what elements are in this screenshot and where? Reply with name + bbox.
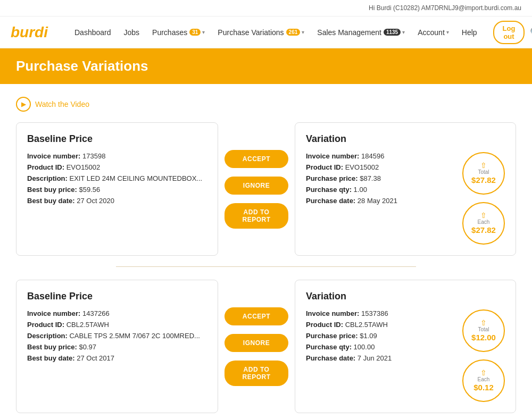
total-arrow-2: ⇧	[480, 319, 487, 326]
variation-invoice-2: Invoice number: 1537386	[306, 309, 454, 317]
watch-video-link[interactable]: ▶ Watch the Video	[16, 97, 516, 112]
total-label-2: Total	[478, 326, 489, 333]
variation-amounts-2: ⇧ Total $12.00 ⇧ Each $0.12	[462, 309, 505, 402]
total-circle-1: ⇧ Total $27.82	[462, 152, 505, 195]
variation-row-1: Baseline Price Invoice number: 173598 Pr…	[16, 122, 516, 256]
variation-invoice-1: Invoice number: 184596	[306, 152, 454, 160]
logo[interactable]: burdi	[11, 24, 48, 41]
watch-video-label: Watch the Video	[35, 100, 89, 108]
baseline-invoice-1: Invoice number: 173598	[27, 152, 207, 160]
nav-jobs[interactable]: Jobs	[119, 25, 145, 40]
nav-account[interactable]: Account ▾	[412, 25, 454, 40]
variation-inner-1: Invoice number: 184596 Product ID: EVO15…	[306, 152, 505, 245]
user-info: Hi Burdi (C10282) AM7DRNLJ9@import.burdi…	[369, 4, 521, 12]
variation-fields-1: Invoice number: 184596 Product ID: EVO15…	[306, 152, 454, 208]
variation-purchase-price-1: Purchase price: $87.38	[306, 174, 454, 182]
each-arrow-2: ⇧	[480, 369, 487, 376]
add-to-report-button-1[interactable]: ADD TO REPORT	[225, 203, 288, 229]
baseline-card-2: Baseline Price Invoice number: 1437266 P…	[16, 280, 218, 413]
nav-right: Log out 🔍	[493, 21, 532, 44]
baseline-card-1: Baseline Price Invoice number: 173598 Pr…	[16, 122, 218, 256]
page-header: Purchase Variations	[0, 48, 532, 84]
total-arrow-1: ⇧	[480, 162, 487, 169]
total-label-1: Total	[478, 169, 489, 175]
account-chevron: ▾	[446, 29, 449, 35]
total-value-1: $27.82	[471, 175, 496, 185]
purchase-variations-chevron: ▾	[302, 29, 304, 35]
nav-sales-management[interactable]: Sales Management 1135 ▾	[312, 25, 410, 40]
add-to-report-button-2[interactable]: ADD TO REPORT	[225, 361, 288, 386]
total-value-2: $12.00	[471, 333, 496, 342]
baseline-best-buy-price-1: Best buy price: $59.56	[27, 186, 207, 194]
baseline-best-buy-date-1: Best buy date: 27 Oct 2020	[27, 197, 207, 205]
search-icon[interactable]: 🔍	[530, 27, 532, 38]
variation-card-2: Variation Invoice number: 1537386 Produc…	[295, 280, 516, 413]
baseline-best-buy-price-2: Best buy price: $0.97	[27, 343, 207, 351]
each-circle-2: ⇧ Each $0.12	[462, 359, 505, 402]
ignore-button-2[interactable]: IGNORE	[225, 334, 288, 352]
nav-dashboard[interactable]: Dashboard	[69, 25, 117, 40]
action-col-1: ACCEPT IGNORE ADD TO REPORT	[225, 122, 288, 256]
variation-purchase-date-1: Purchase date: 28 May 2021	[306, 197, 454, 205]
purchases-chevron: ▾	[202, 29, 205, 35]
baseline-description-2: Description: CABLE TPS 2.5MM 7/067 2C 10…	[27, 332, 207, 340]
top-bar: Hi Burdi (C10282) AM7DRNLJ9@import.burdi…	[0, 0, 532, 16]
nav-links: Dashboard Jobs Purchases 31 ▾ Purchase V…	[69, 25, 483, 40]
baseline-best-buy-date-2: Best buy date: 27 Oct 2017	[27, 354, 207, 362]
each-arrow-1: ⇧	[480, 212, 487, 219]
main-content: ▶ Watch the Video Baseline Price Invoice…	[0, 84, 532, 419]
each-label-1: Each	[478, 219, 490, 225]
each-value-2: $0.12	[473, 383, 494, 392]
purchase-variations-badge: 261	[286, 29, 301, 36]
baseline-title-2: Baseline Price	[27, 291, 207, 302]
baseline-product-id-1: Product ID: EVO15002	[27, 163, 207, 171]
variation-fields-2: Invoice number: 1537386 Product ID: CBL2…	[306, 309, 454, 365]
variation-title-1: Variation	[306, 133, 505, 145]
sales-management-chevron: ▾	[402, 29, 405, 35]
page-title: Purchase Variations	[16, 58, 516, 74]
variation-row-2: Baseline Price Invoice number: 1437266 P…	[16, 280, 516, 413]
navigation: burdi Dashboard Jobs Purchases 31 ▾ Purc…	[0, 16, 532, 48]
sales-management-badge: 1135	[384, 29, 401, 36]
each-value-1: $27.82	[471, 225, 496, 235]
row-divider	[116, 266, 416, 267]
variation-amounts-1: ⇧ Total $27.82 ⇧ Each $27.82	[462, 152, 505, 245]
variation-product-id-1: Product ID: EVO15002	[306, 163, 454, 171]
variation-inner-2: Invoice number: 1537386 Product ID: CBL2…	[306, 309, 505, 402]
nav-purchase-variations[interactable]: Purchase Variations 261 ▾	[212, 25, 310, 40]
each-circle-1: ⇧ Each $27.82	[462, 202, 505, 245]
accept-button-1[interactable]: ACCEPT	[225, 150, 288, 168]
baseline-product-id-2: Product ID: CBL2.5TAWH	[27, 321, 207, 329]
ignore-button-1[interactable]: IGNORE	[225, 177, 288, 195]
variation-purchase-price-2: Purchase price: $1.09	[306, 332, 454, 340]
variation-title-2: Variation	[306, 291, 505, 302]
variation-purchase-qty-2: Purchase qty: 100.00	[306, 343, 454, 351]
accept-button-2[interactable]: ACCEPT	[225, 307, 288, 325]
baseline-title-1: Baseline Price	[27, 133, 207, 145]
variation-purchase-date-2: Purchase date: 7 Jun 2021	[306, 354, 454, 362]
baseline-description-1: Description: EXIT LED 24M CEILING MOUNTE…	[27, 174, 207, 182]
variation-card-1: Variation Invoice number: 184596 Product…	[295, 122, 516, 256]
variation-product-id-2: Product ID: CBL2.5TAWH	[306, 321, 454, 329]
nav-help[interactable]: Help	[456, 25, 483, 40]
logout-button[interactable]: Log out	[493, 21, 525, 44]
purchases-badge: 31	[189, 29, 201, 36]
play-icon: ▶	[16, 97, 31, 112]
baseline-invoice-2: Invoice number: 1437266	[27, 309, 207, 317]
action-col-2: ACCEPT IGNORE ADD TO REPORT	[225, 280, 288, 413]
variation-purchase-qty-1: Purchase qty: 1.00	[306, 186, 454, 194]
nav-purchases[interactable]: Purchases 31 ▾	[147, 25, 210, 40]
each-label-2: Each	[478, 376, 490, 383]
total-circle-2: ⇧ Total $12.00	[462, 309, 505, 352]
